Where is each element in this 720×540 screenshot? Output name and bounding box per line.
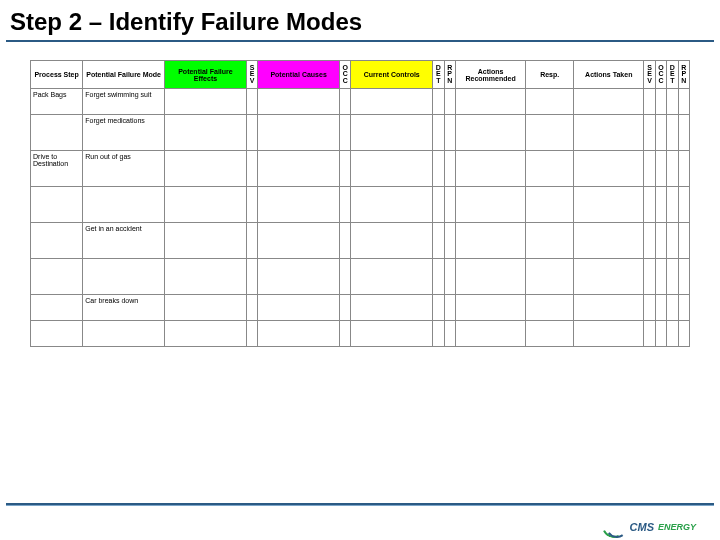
cell-process-step xyxy=(31,223,83,259)
col-rpn: RPN xyxy=(444,61,455,89)
col-actions: Actions Recommended xyxy=(455,61,525,89)
logo-text-cms: CMS xyxy=(630,521,654,533)
col-det2: DET xyxy=(667,61,678,89)
table-row xyxy=(31,259,690,295)
cell-process-step xyxy=(31,115,83,151)
col-process-step: Process Step xyxy=(31,61,83,89)
cell-process-step: Drive to Destination xyxy=(31,151,83,187)
logo-text-energy: ENERGY xyxy=(658,522,696,532)
col-resp: Resp. xyxy=(526,61,574,89)
col-causes: Potential Causes xyxy=(258,61,340,89)
table-row: Pack Bags Forget swimming suit xyxy=(31,89,690,115)
table-row: Car breaks down xyxy=(31,295,690,321)
col-sev2: SEV xyxy=(644,61,655,89)
cell-failure-mode: Forget swimming suit xyxy=(83,89,165,115)
table-row xyxy=(31,321,690,347)
table-row xyxy=(31,187,690,223)
cell-process-step xyxy=(31,295,83,321)
col-failure-effects: Potential Failure Effects xyxy=(165,61,247,89)
title-underline xyxy=(6,40,714,42)
table-row: Forget medications xyxy=(31,115,690,151)
cell-process-step xyxy=(31,187,83,223)
cell-failure-mode xyxy=(83,259,165,295)
fmea-table: Process Step Potential Failure Mode Pote… xyxy=(30,60,690,347)
col-taken: Actions Taken xyxy=(574,61,644,89)
cell-failure-mode: Get in an accident xyxy=(83,223,165,259)
fmea-table-wrap: Process Step Potential Failure Mode Pote… xyxy=(30,60,690,347)
cms-energy-logo: CMS ENERGY xyxy=(602,520,696,534)
cell-failure-mode: Forget medications xyxy=(83,115,165,151)
cell-process-step xyxy=(31,259,83,295)
cell-failure-mode xyxy=(83,187,165,223)
table-row: Drive to Destination Run out of gas xyxy=(31,151,690,187)
col-sev: SEV xyxy=(246,61,257,89)
header-row: Process Step Potential Failure Mode Pote… xyxy=(31,61,690,89)
fmea-body: Pack Bags Forget swimming suit Forget me… xyxy=(31,89,690,347)
cell-process-step: Pack Bags xyxy=(31,89,83,115)
cell-failure-mode xyxy=(83,321,165,347)
footer-rule xyxy=(6,503,714,506)
col-occ: OCC xyxy=(340,61,351,89)
col-failure-mode: Potential Failure Mode xyxy=(83,61,165,89)
cell-failure-mode: Run out of gas xyxy=(83,151,165,187)
page-title: Step 2 – Identify Failure Modes xyxy=(0,0,720,40)
col-occ2: OCC xyxy=(655,61,666,89)
col-det: DET xyxy=(433,61,444,89)
logo-swoosh-icon xyxy=(602,520,626,534)
cell-process-step xyxy=(31,321,83,347)
col-controls: Current Controls xyxy=(351,61,433,89)
col-rpn2: RPN xyxy=(678,61,689,89)
table-row: Get in an accident xyxy=(31,223,690,259)
cell-failure-mode: Car breaks down xyxy=(83,295,165,321)
